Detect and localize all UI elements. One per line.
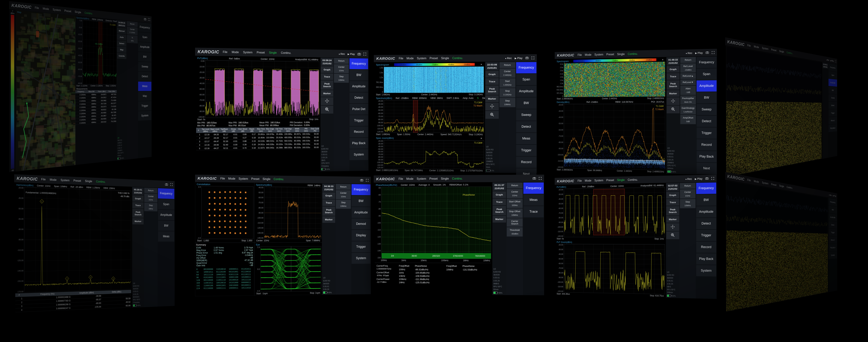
menu-item[interactable]: Continu. <box>96 180 105 183</box>
menu-item[interactable]: Single <box>85 180 92 183</box>
function-menu-item[interactable]: Play Back <box>696 151 717 162</box>
function-menu-item[interactable]: Trigger <box>349 115 368 126</box>
menu-item[interactable]: Mode <box>754 45 759 49</box>
play-button[interactable]: Play <box>695 177 703 180</box>
softkey[interactable]: Step1MHz <box>144 203 157 211</box>
function-menu-item[interactable]: Frequency <box>696 183 716 194</box>
screenshot-camera-icon[interactable] <box>360 179 363 182</box>
menu-item[interactable]: Preset <box>771 48 776 52</box>
tool-button[interactable]: Peak Search <box>322 207 335 216</box>
menu-item[interactable]: File <box>747 179 751 182</box>
softkey[interactable]: PreAmplifierAuto On <box>680 95 696 105</box>
softkey[interactable]: Step10MHz <box>336 200 351 209</box>
screenshot-camera-icon[interactable] <box>533 177 536 180</box>
softkey[interactable]: Step10MHz <box>334 74 349 83</box>
pvt-zoom-plot[interactable] <box>564 244 665 294</box>
function-menu-item[interactable]: BW <box>158 220 174 231</box>
function-menu-item[interactable]: Record <box>516 157 536 168</box>
function-menu-item[interactable]: BW <box>516 97 536 109</box>
function-menu-item[interactable]: BW <box>138 52 151 62</box>
menu-item[interactable]: Mode <box>585 179 591 182</box>
softkey[interactable]: Stop3.19GHz <box>499 88 516 97</box>
softkey[interactable]: %99% <box>127 35 137 43</box>
menu-item[interactable]: File <box>41 178 45 181</box>
menu-item[interactable]: Continu. <box>787 51 793 55</box>
function-menu-item[interactable]: Frequency <box>351 184 371 195</box>
menu-item[interactable]: System <box>417 57 426 60</box>
density-plot[interactable]: T1 C&WT2 MaxH <box>564 104 665 170</box>
function-menu-item[interactable]: Display <box>351 230 371 241</box>
function-menu-item[interactable]: Detect <box>829 102 837 109</box>
menu-item[interactable]: Single <box>441 177 449 180</box>
function-menu-item[interactable]: System <box>829 251 837 259</box>
record-button[interactable]: Rec <box>826 59 829 61</box>
zoom-tool-button[interactable] <box>321 106 333 114</box>
menu-item[interactable]: Mode <box>406 177 413 181</box>
tool-button[interactable]: Trace <box>132 202 144 209</box>
menu-item[interactable]: Preset <box>257 51 265 54</box>
softkey[interactable]: Start Offset100Hz <box>507 199 523 208</box>
menu-item[interactable]: File <box>35 6 39 10</box>
tool-button[interactable]: Graph <box>485 71 499 78</box>
function-menu-item[interactable]: System <box>351 253 371 264</box>
softkey[interactable]: Return <box>680 183 695 189</box>
function-menu-item[interactable]: BW <box>696 194 716 206</box>
menu-item[interactable]: Single <box>262 177 271 181</box>
screenshot-camera-icon[interactable] <box>706 51 709 54</box>
fullscreen-icon[interactable] <box>835 60 836 62</box>
menu-item[interactable]: File <box>747 44 751 48</box>
tool-button[interactable]: Marker <box>132 218 144 224</box>
function-menu-item[interactable]: Record <box>829 117 837 124</box>
tool-button[interactable]: Trace <box>321 73 333 80</box>
tool-button[interactable]: Trace <box>493 199 506 206</box>
play-button[interactable]: Play <box>515 56 522 60</box>
phase-noise-plot[interactable]: PhaseNoise 3/436/40280/3203760/40007600/… <box>381 186 491 259</box>
function-menu-item[interactable]: BW <box>829 86 837 94</box>
function-menu-item[interactable]: Trace <box>523 206 544 217</box>
softkey[interactable]: Center1GHz <box>507 189 523 198</box>
menu-item[interactable]: Mode <box>231 51 239 54</box>
function-menu-item[interactable]: Amplitude <box>351 207 371 218</box>
tool-button[interactable]: Marker <box>493 216 506 222</box>
tool-button[interactable]: Peak Search <box>321 81 333 90</box>
tool-button[interactable]: Graph <box>132 195 144 202</box>
function-menu-item[interactable]: Span <box>696 68 717 80</box>
pan-tool-button[interactable] <box>321 97 333 105</box>
eye-diagram-plot[interactable] <box>260 246 321 292</box>
map-spectrum-plot[interactable]: -48.13dBm T1 C&W <box>83 20 117 84</box>
menu-item[interactable]: Mode <box>43 7 49 11</box>
function-menu-item[interactable]: Play Back <box>829 124 837 132</box>
menu-item[interactable]: Single <box>269 51 277 54</box>
screenshot-camera-icon[interactable] <box>358 53 361 55</box>
menu-item[interactable]: Preset <box>73 179 81 183</box>
menu-item[interactable]: System <box>762 46 768 51</box>
menu-item[interactable]: File <box>578 54 582 57</box>
softkey[interactable]: Step10MHz <box>499 98 516 107</box>
menu-item[interactable]: File <box>399 57 403 60</box>
softkey[interactable]: Return <box>336 184 351 190</box>
spec-zoom-plot[interactable]: T1 C&W <box>384 140 484 169</box>
softkey[interactable]: Return <box>144 188 157 193</box>
tool-button[interactable]: Trace <box>485 78 499 85</box>
menu-item[interactable]: System <box>762 181 768 185</box>
softkey[interactable]: GainStrategyLowNoise <box>680 105 696 115</box>
menu-item[interactable]: Continu. <box>85 11 93 15</box>
function-menu-item[interactable]: Frequency <box>158 188 174 199</box>
tool-button[interactable]: Peak Search <box>485 86 499 95</box>
tool-button[interactable]: Peak Search <box>493 206 506 215</box>
function-menu-item[interactable]: Record <box>829 236 837 244</box>
play-button[interactable]: Play <box>833 194 836 197</box>
function-menu-item[interactable]: Trigger <box>696 127 717 139</box>
menu-item[interactable]: Preset <box>64 9 71 13</box>
function-menu-item[interactable]: Detect <box>696 116 717 127</box>
pan-tool-button[interactable] <box>666 223 679 231</box>
softkey[interactable]: AmpOffset0dB <box>680 115 696 124</box>
tool-button[interactable]: Select <box>117 40 126 46</box>
function-menu-item[interactable]: Meas <box>138 82 151 91</box>
spectrogram-plot[interactable] <box>384 66 484 93</box>
tool-button[interactable]: Graph <box>321 66 333 73</box>
zoom-tool-button[interactable] <box>666 231 679 239</box>
menu-item[interactable]: Preset <box>430 57 438 60</box>
record-button[interactable]: Rec <box>829 193 832 196</box>
menu-item[interactable]: Preset <box>251 177 259 181</box>
